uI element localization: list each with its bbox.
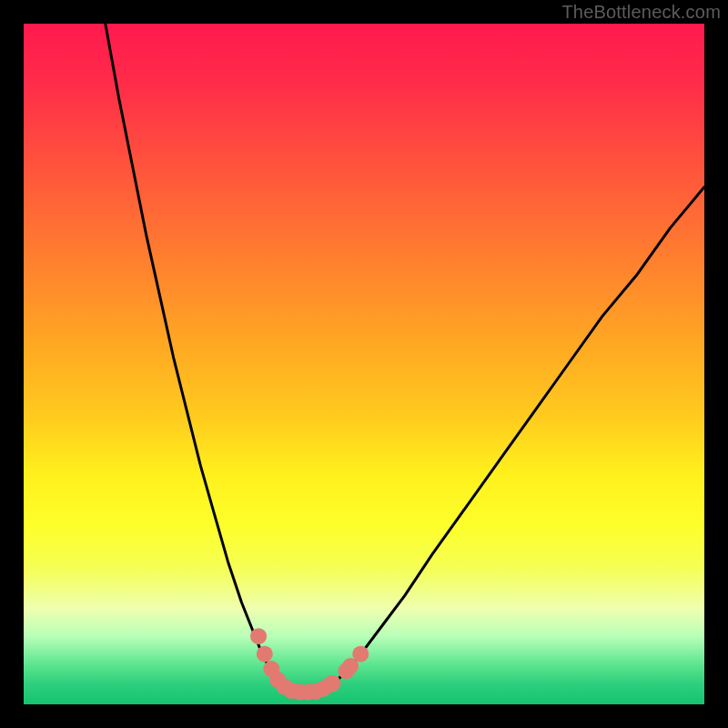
curve-marker bbox=[352, 646, 369, 662]
chart-frame: TheBottleneck.com bbox=[0, 0, 728, 728]
plot-area bbox=[24, 24, 704, 704]
curve-marker bbox=[325, 675, 341, 692]
curve-marker bbox=[257, 646, 273, 662]
series-group bbox=[106, 24, 704, 693]
curve-marker bbox=[250, 628, 267, 644]
watermark-text: TheBottleneck.com bbox=[561, 2, 721, 23]
marker-group bbox=[250, 628, 369, 700]
bottleneck-curve bbox=[106, 24, 704, 693]
chart-svg bbox=[24, 24, 704, 704]
